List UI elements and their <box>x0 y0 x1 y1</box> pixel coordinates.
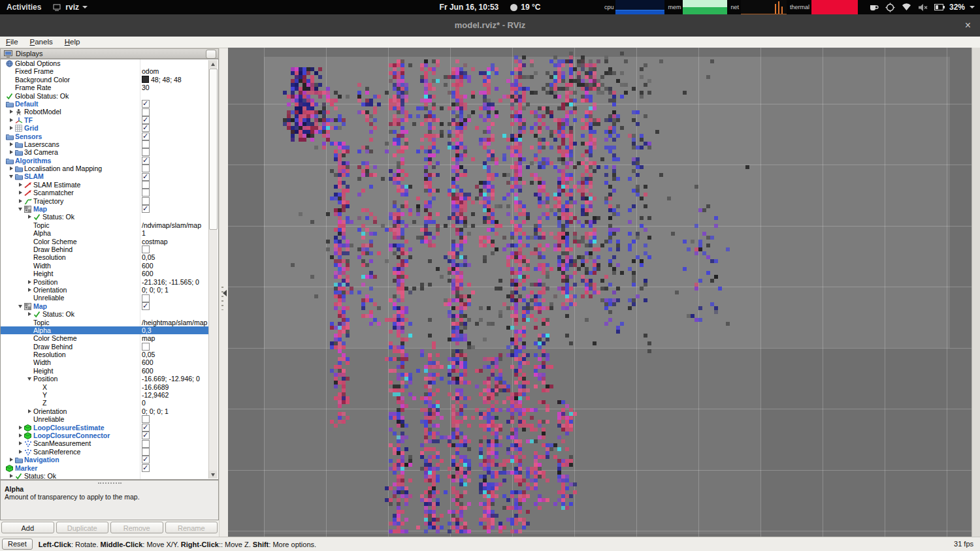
property-value[interactable] <box>140 205 209 213</box>
property-value[interactable] <box>140 343 209 351</box>
expand-triangle-icon[interactable] <box>18 439 24 447</box>
mem-monitor[interactable]: mem <box>668 0 727 14</box>
tree-row-fixed-frame[interactable]: Fixed Frameodom <box>1 67 209 75</box>
tree-row-resolution[interactable]: Resolution0,05 <box>1 253 209 261</box>
location-icon[interactable] <box>885 0 896 14</box>
enable-checkbox[interactable] <box>142 302 150 310</box>
tree-scrollbar[interactable] <box>208 60 218 479</box>
property-value[interactable] <box>140 133 209 140</box>
property-value[interactable] <box>140 100 209 108</box>
tree-row-topic[interactable]: Topic/ndvimap/slam/map <box>1 221 209 229</box>
tree-row-tf[interactable]: TF <box>1 116 209 124</box>
tree-row-orientation[interactable]: Orientation0; 0; 0; 1 <box>1 407 209 415</box>
expand-triangle-icon[interactable] <box>18 424 24 432</box>
tree-row-color-scheme[interactable]: Color Schememap <box>1 334 209 342</box>
property-value[interactable] <box>140 124 209 132</box>
enable-checkbox[interactable] <box>142 464 150 472</box>
enable-checkbox[interactable] <box>142 456 150 464</box>
property-value[interactable]: map <box>140 334 209 342</box>
property-value[interactable] <box>140 456 209 464</box>
expand-triangle-icon[interactable] <box>9 165 15 172</box>
3d-viewport[interactable] <box>228 48 972 537</box>
property-value[interactable] <box>140 439 209 447</box>
tree-row-default[interactable]: Default <box>1 100 209 108</box>
battery-percent[interactable]: 32% <box>949 3 965 12</box>
property-value[interactable]: 0,3 <box>140 326 209 334</box>
rename-button[interactable]: Rename <box>165 522 218 533</box>
cpu-monitor[interactable]: cpu <box>604 0 665 14</box>
property-value[interactable]: 600 <box>140 262 209 270</box>
tree-row-marker[interactable]: Marker <box>1 464 209 472</box>
enable-checkbox[interactable] <box>142 124 150 132</box>
enable-checkbox[interactable] <box>142 173 150 181</box>
property-value[interactable] <box>140 464 209 472</box>
tree-row-loopclosureestimate[interactable]: LoopClosureEstimate <box>1 424 209 432</box>
property-value[interactable]: 0 <box>140 399 209 407</box>
wifi-icon[interactable] <box>902 0 912 14</box>
enable-checkbox[interactable] <box>142 245 150 253</box>
tree-row-background-color[interactable]: Background Color48; 48; 48 <box>1 76 209 84</box>
tree-row-unreliable[interactable]: Unreliable <box>1 415 209 423</box>
weather-indicator[interactable]: 19 °C <box>510 3 540 12</box>
property-value[interactable] <box>140 148 209 156</box>
property-value[interactable]: 600 <box>140 270 209 277</box>
panel-detach-button[interactable] <box>206 50 216 59</box>
property-value[interactable]: 1 <box>140 229 209 237</box>
collapse-triangle-icon[interactable] <box>9 172 15 180</box>
scrollbar-up-icon[interactable] <box>209 60 217 68</box>
net-monitor[interactable]: net <box>730 0 787 14</box>
tree-row-sensors[interactable]: Sensors <box>1 133 209 140</box>
tree-row-width[interactable]: Width600 <box>1 262 209 270</box>
property-value[interactable]: 0; 0; 0; 1 <box>140 286 209 294</box>
property-value[interactable] <box>140 116 209 124</box>
expand-triangle-icon[interactable] <box>18 181 24 189</box>
tree-row-laserscans[interactable]: Laserscans <box>1 140 209 148</box>
tree-row-draw-behind[interactable]: Draw Behind <box>1 245 209 253</box>
battery-icon[interactable] <box>934 0 945 14</box>
property-value[interactable] <box>140 157 209 165</box>
tree-row-robotmodel[interactable]: RobotModel <box>1 108 209 116</box>
enable-checkbox[interactable] <box>142 294 150 302</box>
tree-row-slam[interactable]: SLAM <box>1 172 209 180</box>
enable-checkbox[interactable] <box>142 108 150 116</box>
tree-row-scanmeasurement[interactable]: ScanMeasurement <box>1 439 209 447</box>
tree-row-status-ok[interactable]: Status: Ok <box>1 472 209 480</box>
tree-row-draw-behind[interactable]: Draw Behind <box>1 343 209 351</box>
enable-checkbox[interactable] <box>142 448 150 456</box>
property-value[interactable]: 600 <box>140 367 209 375</box>
tree-row-orientation[interactable]: Orientation0; 0; 0; 1 <box>1 286 209 294</box>
enable-checkbox[interactable] <box>142 343 150 351</box>
enable-checkbox[interactable] <box>142 181 150 189</box>
add-button[interactable]: Add <box>1 522 54 533</box>
property-value[interactable]: costmap <box>140 238 209 245</box>
expand-triangle-icon[interactable] <box>18 189 24 197</box>
tree-row-status-ok[interactable]: Status: Ok <box>1 213 209 221</box>
resize-grip[interactable] <box>98 482 122 484</box>
window-title-bar[interactable]: model.rviz* - RViz × <box>0 14 980 37</box>
expand-triangle-icon[interactable] <box>27 407 33 415</box>
property-value[interactable] <box>140 294 209 302</box>
expand-triangle-icon[interactable] <box>27 278 33 286</box>
expand-triangle-icon[interactable] <box>18 448 24 456</box>
scrollbar-thumb[interactable] <box>209 69 218 230</box>
displays-panel-header[interactable]: Displays <box>0 48 219 59</box>
enable-checkbox[interactable] <box>142 189 150 197</box>
expand-triangle-icon[interactable] <box>9 140 15 148</box>
enable-checkbox[interactable] <box>142 415 150 423</box>
collapse-triangle-icon[interactable] <box>18 205 24 213</box>
property-value[interactable]: -16.669; -12.946; 0 <box>140 375 209 383</box>
property-value[interactable] <box>140 415 209 423</box>
property-value[interactable] <box>140 165 209 172</box>
enable-checkbox[interactable] <box>142 197 150 205</box>
tree-row-height[interactable]: Height600 <box>1 367 209 375</box>
tree-row-width[interactable]: Width600 <box>1 358 209 366</box>
enable-checkbox[interactable] <box>142 205 150 213</box>
expand-triangle-icon[interactable] <box>18 197 24 205</box>
thermal-monitor[interactable]: thermal <box>790 0 858 14</box>
property-value[interactable] <box>140 189 209 197</box>
expand-triangle-icon[interactable] <box>27 310 33 318</box>
tree-row-z[interactable]: Z0 <box>1 399 209 407</box>
tree-row-global-options[interactable]: Global Options <box>1 59 209 67</box>
tree-row-scanmatcher[interactable]: Scanmatcher <box>1 189 209 197</box>
enable-checkbox[interactable] <box>142 148 150 156</box>
